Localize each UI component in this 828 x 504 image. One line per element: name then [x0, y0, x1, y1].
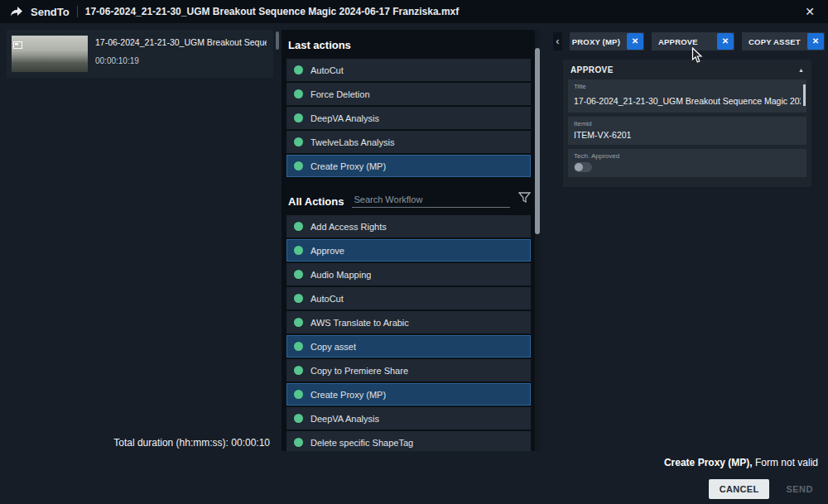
field-tech-approved: Tech. Approved — [568, 149, 806, 177]
action-item[interactable]: AutoCut — [286, 59, 531, 81]
cancel-button[interactable]: CANCEL — [709, 479, 770, 499]
chevron-left-icon[interactable]: ‹ — [553, 32, 562, 50]
action-item-label: AutoCut — [310, 65, 344, 75]
validation-action-name: Create Proxy (MP), — [664, 457, 753, 468]
footer-buttons: CANCEL SEND — [709, 479, 818, 499]
last-actions-heading: Last actions — [282, 30, 540, 59]
status-dot-icon — [294, 318, 303, 327]
action-item-label: DeepVA Analysis — [310, 414, 379, 424]
action-item-label: Copy asset — [310, 342, 356, 352]
status-dot-icon — [294, 113, 303, 122]
send-button[interactable]: SEND — [781, 479, 818, 499]
action-item-label: Force Deletion — [310, 89, 370, 99]
action-item[interactable]: TwelveLabs Analysis — [286, 131, 531, 153]
action-item[interactable]: DeepVA Analysis — [286, 407, 531, 430]
status-dot-icon — [294, 294, 303, 303]
remove-chip-icon[interactable]: ✕ — [627, 33, 643, 50]
asset-list-scrollbar[interactable] — [276, 31, 279, 50]
status-dot-icon — [294, 65, 303, 74]
field-label: Title — [574, 83, 801, 90]
field-title: Title — [568, 79, 806, 113]
approve-form: APPROVE ▲ Title Itemid ITEM-VX-6201 Tech… — [563, 60, 811, 187]
action-item-label: Add Access Rights — [310, 222, 387, 232]
close-icon[interactable]: ✕ — [802, 4, 818, 19]
status-dot-icon — [294, 270, 303, 279]
collapse-icon[interactable]: ▲ — [798, 67, 804, 73]
status-dot-icon — [294, 342, 303, 351]
action-item-label: Create Proxy (MP) — [310, 161, 386, 171]
asset-thumbnail — [12, 36, 88, 72]
action-item[interactable]: AutoCut — [286, 287, 531, 310]
action-item-label: Audio Mapping — [310, 270, 371, 280]
chip-label: APPROVE — [652, 37, 705, 46]
actions-scrollbar[interactable] — [535, 30, 540, 451]
action-item[interactable]: Approve — [286, 239, 531, 262]
status-dot-icon — [294, 246, 303, 255]
action-item[interactable]: Copy asset — [286, 335, 531, 358]
total-duration: Total duration (hh:mm:ss): 00:00:10 — [7, 437, 270, 449]
toggle-knob — [575, 163, 583, 171]
title-field[interactable] — [574, 96, 801, 106]
validation-message: Create Proxy (MP), Form not valid — [664, 457, 818, 468]
validation-text: Form not valid — [753, 457, 818, 468]
chip-label: COPY ASSET — [742, 37, 807, 46]
selected-actions-row: ‹ REATE PROXY (MP) ✕ APPROVE ✕ COPY ASSE… — [553, 32, 825, 50]
action-item[interactable]: Create Proxy (MP) — [286, 383, 531, 406]
dialog-header: SendTo 17-06-2024_21-21-30_UGM Breakout … — [0, 0, 828, 23]
all-actions-list: Add Access Rights Approve Audio Mapping … — [282, 215, 540, 451]
action-item[interactable]: Copy to Premiere Share — [286, 359, 531, 382]
status-dot-icon — [294, 438, 303, 447]
approve-form-title: APPROVE — [570, 65, 614, 74]
all-actions-heading: All Actions — [288, 195, 344, 208]
action-item[interactable]: Force Deletion — [286, 83, 531, 105]
status-dot-icon — [294, 161, 303, 170]
dialog-title-label: SendTo — [31, 6, 70, 18]
status-dot-icon — [294, 89, 303, 98]
field-label: Tech. Approved — [574, 152, 801, 160]
action-item-label: DeepVA Analysis — [310, 113, 379, 123]
asset-filename-title: 17-06-2024_21-21-30_UGM Breakout Sequenc… — [85, 6, 460, 17]
action-item[interactable]: Add Access Rights — [286, 215, 531, 238]
send-icon — [10, 6, 23, 17]
all-actions-header: All Actions — [288, 191, 531, 208]
action-item-label: Copy to Premiere Share — [310, 366, 408, 376]
itemid-value[interactable]: ITEM-VX-6201 — [574, 130, 801, 140]
scrollbar-thumb[interactable] — [535, 48, 540, 234]
field-scrollbar[interactable] — [803, 84, 806, 106]
remove-chip-icon[interactable]: ✕ — [717, 33, 734, 50]
tech-approved-toggle[interactable] — [574, 162, 592, 172]
action-item-label: Create Proxy (MP) — [310, 390, 386, 400]
action-item[interactable]: DeepVA Analysis — [286, 107, 531, 129]
remove-chip-icon[interactable]: ✕ — [807, 33, 824, 50]
action-item[interactable]: Delete specific ShapeTag — [286, 431, 531, 451]
last-actions-list: AutoCut Force Deletion DeepVA Analysis T… — [282, 59, 540, 177]
status-dot-icon — [294, 414, 303, 423]
status-dot-icon — [294, 222, 303, 231]
chip-approve[interactable]: APPROVE ✕ — [652, 32, 734, 50]
status-dot-icon — [294, 137, 303, 146]
status-dot-icon — [294, 390, 303, 399]
action-item-label: TwelveLabs Analysis — [310, 137, 395, 147]
action-item-label: AutoCut — [310, 294, 344, 304]
asset-meta: 17-06-2024_21-21-30_UGM Breakout Sequenc… — [95, 36, 267, 72]
asset-duration: 00:00:10:19 — [95, 56, 267, 65]
status-dot-icon — [294, 366, 303, 375]
header-divider — [77, 6, 78, 17]
chip-copy-asset[interactable]: COPY ASSET ✕ — [742, 32, 825, 50]
asset-card[interactable]: 17-06-2024_21-21-30_UGM Breakout Sequenc… — [7, 30, 273, 78]
asset-title: 17-06-2024_21-21-30_UGM Breakout Sequenc… — [95, 37, 267, 47]
field-label: Itemid — [574, 120, 801, 127]
filter-icon[interactable] — [518, 191, 531, 208]
approve-form-header[interactable]: APPROVE ▲ — [563, 60, 811, 79]
chip-label: REATE PROXY (MP) — [570, 37, 627, 46]
action-item[interactable]: Audio Mapping — [286, 263, 531, 286]
action-item[interactable]: AWS Translate to Arabic — [286, 311, 531, 334]
action-item-label: Delete specific ShapeTag — [310, 438, 413, 448]
action-item-label: AWS Translate to Arabic — [310, 318, 409, 328]
action-item[interactable]: Create Proxy (MP) — [286, 155, 531, 177]
actions-panel: Last actions AutoCut Force Deletion Deep… — [282, 30, 540, 451]
chip-create-proxy[interactable]: REATE PROXY (MP) ✕ — [570, 32, 644, 50]
video-icon — [13, 37, 22, 52]
action-item-label: Approve — [310, 246, 344, 256]
search-input[interactable] — [352, 193, 510, 208]
